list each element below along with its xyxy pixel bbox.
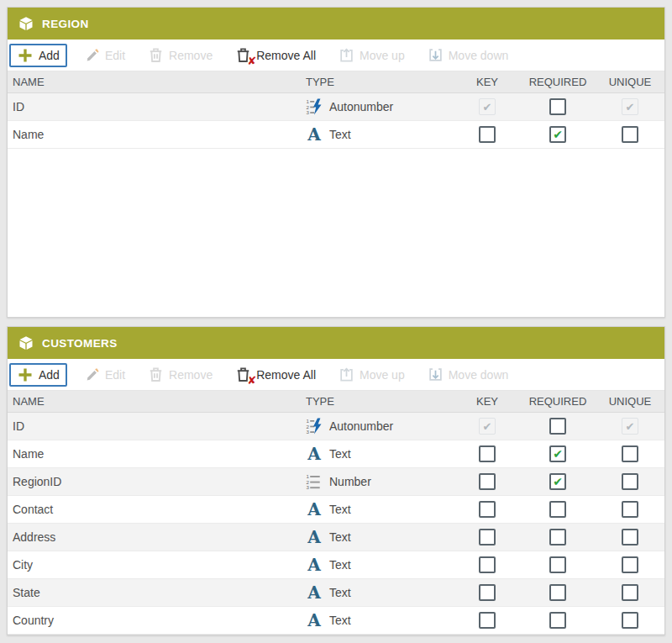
table-row[interactable]: CityAText <box>8 551 664 579</box>
required-checkbox[interactable] <box>549 418 566 435</box>
add-button[interactable]: Add <box>9 44 67 67</box>
key-checkbox[interactable] <box>479 126 496 143</box>
field-type: Text <box>329 530 351 544</box>
add-button[interactable]: Add <box>9 363 67 387</box>
text-icon: A <box>306 445 323 462</box>
move-down-button: Move down <box>420 44 517 66</box>
table-row[interactable]: ContactAText <box>8 496 664 524</box>
remove-all-button[interactable]: ✘ Remove All <box>228 363 323 386</box>
panel-title: CUSTOMERS <box>42 337 118 350</box>
text-icon: A <box>306 501 323 518</box>
table-row[interactable]: ID123Autonumber✔✔ <box>8 93 664 121</box>
required-checkbox[interactable] <box>549 501 566 518</box>
key-checkbox[interactable] <box>479 445 496 462</box>
field-name: ID <box>8 419 306 433</box>
required-checkbox[interactable] <box>549 98 566 115</box>
unique-checkbox: ✔ <box>622 418 638 435</box>
table-row[interactable]: CountryAText <box>8 607 664 635</box>
column-unique: UNIQUE <box>596 76 664 88</box>
column-name: NAME <box>8 76 306 88</box>
field-type: Autonumber <box>329 100 393 113</box>
red-x-icon: ✘ <box>247 375 256 386</box>
move-down-button: Move down <box>420 363 517 386</box>
panel-region: REGION Add Edit Remove <box>7 7 665 318</box>
field-type: Text <box>329 586 351 599</box>
column-type: TYPE <box>306 76 454 88</box>
field-rows: ID123Autonumber✔✔NameAText✔RegionID123Nu… <box>8 413 664 635</box>
field-name: Country <box>8 614 306 627</box>
table-row[interactable]: RegionID123Number✔ <box>8 468 664 496</box>
unique-checkbox[interactable] <box>622 584 638 601</box>
field-type: Text <box>329 128 351 141</box>
svg-text:3: 3 <box>307 429 310 435</box>
unique-checkbox[interactable] <box>622 126 638 143</box>
table-header: NAME TYPE KEY REQUIRED UNIQUE <box>8 391 664 413</box>
column-required: REQUIRED <box>520 395 596 408</box>
plus-icon <box>17 47 34 64</box>
key-checkbox[interactable] <box>479 556 496 573</box>
required-checkbox[interactable] <box>549 612 566 629</box>
table-header: NAME TYPE KEY REQUIRED UNIQUE <box>8 71 664 93</box>
column-name: NAME <box>8 395 306 408</box>
panel-customers: CUSTOMERS Add Edit Remove <box>7 326 665 635</box>
text-icon: A <box>306 529 323 545</box>
field-type: Autonumber <box>329 419 393 433</box>
remove-all-icon: ✘ <box>235 47 251 63</box>
key-checkbox: ✔ <box>479 98 496 115</box>
autonumber-icon: 123 <box>306 418 323 435</box>
move-up-button: Move up <box>331 44 412 66</box>
plus-icon <box>17 366 34 383</box>
unique-checkbox[interactable] <box>622 501 638 518</box>
cube-icon <box>18 16 34 31</box>
unique-checkbox[interactable] <box>622 529 638 545</box>
table-row[interactable]: ID123Autonumber✔✔ <box>8 413 664 440</box>
table-row[interactable]: NameAText✔ <box>8 440 664 468</box>
remove-all-icon: ✘ <box>235 366 251 382</box>
key-checkbox[interactable] <box>479 501 496 518</box>
required-checkbox[interactable] <box>549 556 566 573</box>
key-checkbox[interactable] <box>479 612 496 629</box>
field-name: State <box>8 586 306 599</box>
field-type: Text <box>329 503 351 516</box>
autonumber-icon: 123 <box>306 98 323 115</box>
required-checkbox[interactable] <box>549 529 566 545</box>
key-checkbox: ✔ <box>479 418 496 435</box>
unique-checkbox: ✔ <box>622 98 638 115</box>
pencil-icon <box>85 367 100 382</box>
number-icon: 123 <box>306 473 323 490</box>
empty-area <box>8 149 664 317</box>
required-checkbox[interactable] <box>549 584 566 601</box>
field-name: City <box>8 558 306 572</box>
text-icon: A <box>306 584 323 601</box>
required-checkbox[interactable]: ✔ <box>549 473 566 490</box>
toolbar: Add Edit Remove ✘ Remove <box>8 359 664 391</box>
key-checkbox[interactable] <box>479 473 496 490</box>
field-name: Address <box>8 530 306 544</box>
table-row[interactable]: AddressAText <box>8 524 664 551</box>
trash-icon <box>148 47 164 63</box>
unique-checkbox[interactable] <box>622 473 638 490</box>
panel-customers-header: CUSTOMERS <box>8 327 664 359</box>
required-checkbox[interactable]: ✔ <box>549 445 566 462</box>
column-unique: UNIQUE <box>596 395 664 408</box>
required-checkbox[interactable]: ✔ <box>549 126 566 143</box>
column-key: KEY <box>454 395 520 408</box>
key-checkbox[interactable] <box>479 529 496 545</box>
text-icon: A <box>306 612 323 629</box>
unique-checkbox[interactable] <box>622 445 638 462</box>
column-required: REQUIRED <box>520 76 596 88</box>
table-row[interactable]: StateAText <box>8 579 664 607</box>
field-name: ID <box>8 100 306 113</box>
unique-checkbox[interactable] <box>622 612 638 629</box>
column-key: KEY <box>454 76 520 88</box>
column-type: TYPE <box>306 395 454 408</box>
field-type: Text <box>329 558 351 572</box>
toolbar: Add Edit Remove ✘ Remove <box>8 40 664 71</box>
remove-all-button[interactable]: ✘ Remove All <box>228 44 323 66</box>
text-icon: A <box>306 556 323 573</box>
unique-checkbox[interactable] <box>622 556 638 573</box>
table-row[interactable]: NameAText✔ <box>8 121 664 149</box>
panel-title: REGION <box>42 18 89 30</box>
move-up-icon <box>339 47 354 63</box>
key-checkbox[interactable] <box>479 584 496 601</box>
